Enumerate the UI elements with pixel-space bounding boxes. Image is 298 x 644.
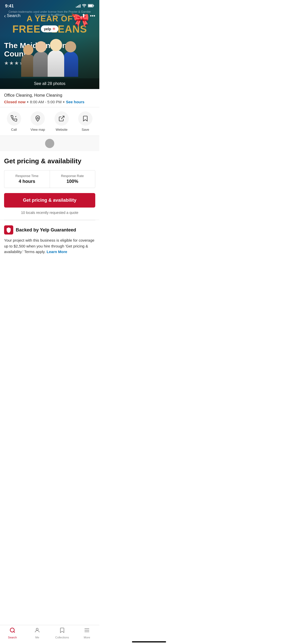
nav-actions: 🔖 ⬆ ••• [71, 13, 95, 19]
main-content: Office Cleaning, Home Cleaning Closed no… [0, 89, 99, 285]
back-button[interactable]: ‹ Search [4, 13, 21, 19]
save-label: Save [82, 128, 89, 131]
business-info-section: Office Cleaning, Home Cleaning Closed no… [0, 89, 99, 107]
star-2: ★ [9, 60, 14, 66]
call-label: Call [11, 128, 17, 131]
wifi-icon [82, 4, 86, 8]
locals-text: 10 locals recently requested a quote [4, 211, 95, 215]
viewmap-label: View map [31, 128, 45, 131]
see-all-photos-button[interactable]: See all 28 photos [0, 78, 99, 89]
star-3: ★ [14, 60, 19, 66]
scroll-indicator [0, 136, 99, 151]
status-time: 9:41 [5, 4, 14, 9]
response-rate-stat: Response Rate 100% [50, 170, 95, 188]
signal-icon [76, 5, 80, 8]
hero-nav: ‹ Search yelp ✳ 🔖 ⬆ ••• [0, 13, 99, 19]
call-icon [7, 111, 21, 126]
yelp-burst-icon: ✳ [52, 26, 56, 31]
svg-line-5 [61, 116, 64, 119]
business-hours: Closed now • 8:00 AM - 5:00 PM • See hou… [4, 100, 95, 104]
response-rate-value: 100% [52, 179, 93, 184]
closed-status: Closed now [4, 100, 25, 104]
svg-rect-2 [88, 5, 93, 7]
save-icon [78, 111, 92, 126]
response-time-value: 4 hours [7, 179, 47, 184]
website-label: Website [56, 128, 67, 131]
status-icons [76, 4, 94, 8]
response-time-label: Response Time [7, 174, 47, 178]
learn-more-link[interactable]: Learn More [47, 250, 67, 254]
svg-point-4 [37, 118, 39, 119]
svg-point-3 [16, 116, 16, 117]
more-icon[interactable]: ••• [90, 13, 95, 19]
guaranteed-title: Backed by Yelp Guaranteed [16, 227, 76, 233]
guaranteed-header: Backed by Yelp Guaranteed [4, 225, 95, 235]
website-button[interactable]: Website [53, 111, 71, 131]
see-hours-link[interactable]: See hours [66, 100, 85, 104]
map-icon [31, 111, 45, 126]
business-categories: Office Cleaning, Home Cleaning [4, 93, 95, 98]
bookmark-icon[interactable]: 🔖 [71, 13, 77, 19]
star-1: ★ [4, 60, 9, 66]
pricing-title: Get pricing & availability [4, 157, 95, 165]
share-icon[interactable]: ⬆ [82, 13, 86, 19]
guaranteed-section: Backed by Yelp Guaranteed Your project w… [0, 220, 99, 260]
action-buttons-row: Call View map Website [0, 107, 99, 136]
response-rate-label: Response Rate [52, 174, 93, 178]
hours-separator: • [27, 100, 28, 104]
scroll-dot [45, 139, 54, 148]
yelp-logo-text: yelp [44, 27, 51, 31]
viewmap-button[interactable]: View map [29, 111, 47, 131]
yelp-logo: yelp ✳ [41, 25, 58, 32]
svg-rect-1 [93, 5, 94, 6]
hours-range: 8:00 AM - 5:00 PM [30, 100, 61, 104]
get-pricing-button[interactable]: Get pricing & availability [4, 193, 95, 208]
response-time-stat: Response Time 4 hours [4, 170, 50, 188]
hours-separator-2: • [63, 100, 64, 104]
guaranteed-shield-icon [4, 225, 13, 235]
response-stats: Response Time 4 hours Response Rate 100% [4, 170, 95, 188]
status-bar: 9:41 [0, 0, 99, 10]
guaranteed-text: Your project with this business is eligi… [4, 238, 95, 255]
save-button[interactable]: Save [76, 111, 94, 131]
call-button[interactable]: Call [5, 111, 23, 131]
back-label: Search [7, 13, 21, 18]
pricing-section: Get pricing & availability Response Time… [0, 151, 99, 220]
website-icon [55, 111, 69, 126]
battery-icon [88, 4, 94, 8]
hero-image: Certain trademarks used under license fr… [0, 0, 99, 89]
back-arrow-icon: ‹ [4, 13, 6, 19]
